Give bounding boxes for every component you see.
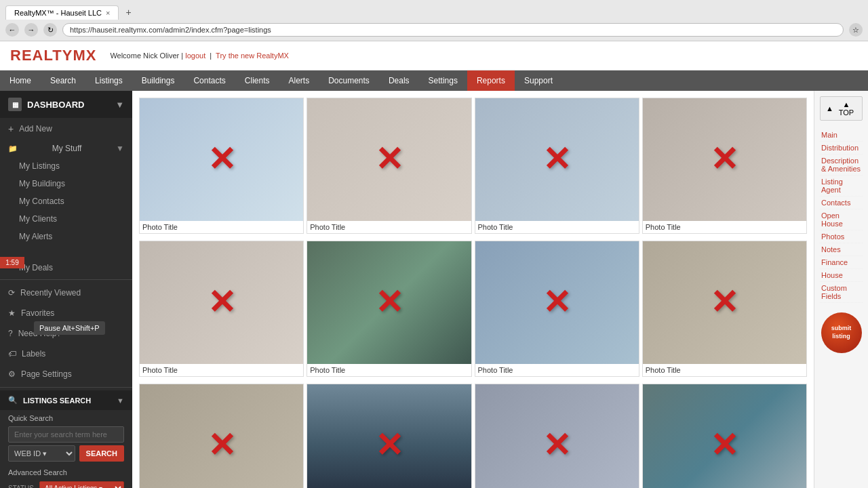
- content-area: ✕ Photo Title ✕ Photo Title ✕ Photo Titl…: [132, 91, 868, 488]
- nav-reports[interactable]: Reports: [467, 70, 515, 91]
- photo-item-10[interactable]: ✕ Photo Title: [307, 384, 471, 488]
- photo-item-2[interactable]: ✕ Photo Title: [307, 98, 471, 234]
- my-buildings-label: My Buildings: [19, 179, 65, 188]
- web-id-select[interactable]: WEB ID ▾: [8, 445, 75, 462]
- photo-item-4[interactable]: ✕ Photo Title: [642, 98, 807, 234]
- x-mark-9: ✕: [208, 428, 236, 462]
- photo-item-1[interactable]: ✕ Photo Title: [139, 98, 304, 234]
- sidebar-item-my-alerts[interactable]: My Alerts: [0, 228, 132, 245]
- photo-item-3[interactable]: ✕ Photo Title: [475, 98, 639, 234]
- photo-item-8[interactable]: ✕ Photo Title: [642, 241, 807, 377]
- bookmark-button[interactable]: ☆: [849, 23, 863, 37]
- add-new-item[interactable]: + Add New: [0, 118, 132, 140]
- logo-accent: MX: [73, 47, 96, 64]
- search-button[interactable]: SEARCH: [79, 445, 124, 462]
- browser-chrome: RealtyMX™ - Hauseit LLC × + ← → ↻ https:…: [0, 0, 868, 41]
- star-icon: ★: [8, 308, 16, 318]
- sidebar-labels[interactable]: 🏷 Labels: [0, 344, 132, 364]
- search-input[interactable]: [8, 426, 124, 443]
- right-nav-photos[interactable]: Photos: [820, 230, 863, 243]
- top-arrow-icon: ▲: [826, 104, 833, 113]
- plus-icon: +: [8, 123, 14, 134]
- photo-cell-12: ✕: [643, 384, 806, 488]
- right-nav-finance[interactable]: Finance: [820, 256, 863, 269]
- search-icon: 🔍: [8, 396, 18, 405]
- try-new-link[interactable]: Try the new RealtyMX: [216, 52, 289, 60]
- recently-viewed-label: Recently Viewed: [20, 288, 81, 298]
- logout-link[interactable]: logout: [185, 52, 205, 60]
- listings-search-header[interactable]: 🔍 LISTINGS SEARCH ▼: [0, 390, 132, 410]
- help-icon: ?: [8, 329, 13, 338]
- search-row: WEB ID ▾ SEARCH: [0, 443, 132, 464]
- photos-panel: ✕ Photo Title ✕ Photo Title ✕ Photo Titl…: [132, 91, 814, 488]
- nav-clients[interactable]: Clients: [235, 70, 279, 91]
- submit-listing-button[interactable]: submit listing: [821, 312, 862, 353]
- right-nav-listing-agent[interactable]: Listing Agent: [820, 176, 863, 197]
- right-panel: ▲ ▲ TOP Main Distribution Description & …: [814, 91, 868, 488]
- my-stuff-section[interactable]: 📁 My Stuff ▼: [0, 140, 132, 157]
- browser-tab[interactable]: RealtyMX™ - Hauseit LLC ×: [5, 5, 119, 20]
- photo-item-7[interactable]: ✕ Photo Title: [475, 241, 639, 377]
- status-select[interactable]: All Active Listings ▾: [39, 481, 124, 488]
- nav-documents[interactable]: Documents: [319, 70, 379, 91]
- sidebar-dashboard-header[interactable]: ▦ DASHBOARD ▼: [0, 91, 132, 118]
- app-logo: REALTYMX: [10, 47, 96, 64]
- photo-item-11[interactable]: ✕ Photo Title: [475, 384, 639, 488]
- photo-title-8: Photo Title: [643, 364, 806, 376]
- sidebar-item-my-contacts[interactable]: My Contacts: [0, 192, 132, 210]
- nav-listings[interactable]: Listings: [85, 70, 132, 91]
- photo-title-6: Photo Title: [307, 364, 471, 376]
- right-nav-open-house[interactable]: Open House: [820, 209, 863, 230]
- clock-icon: ⟳: [8, 288, 15, 298]
- gear-icon: ⚙: [8, 369, 16, 379]
- refresh-button[interactable]: ↻: [43, 23, 57, 37]
- sidebar-item-my-buildings[interactable]: My Buildings: [0, 175, 132, 192]
- right-nav-distribution[interactable]: Distribution: [820, 142, 863, 155]
- photo-item-5[interactable]: ✕ Photo Title: [139, 241, 304, 377]
- sidebar-page-settings[interactable]: ⚙ Page Settings: [0, 364, 132, 384]
- back-button[interactable]: ←: [5, 23, 19, 37]
- welcome-bar: Welcome Nick Oliver | logout | Try the n…: [110, 52, 858, 60]
- sidebar-divider-2: [0, 387, 132, 388]
- photo-cell-2: ✕: [307, 98, 471, 221]
- top-button[interactable]: ▲ ▲ TOP: [820, 96, 863, 121]
- right-nav-house[interactable]: House: [820, 269, 863, 282]
- logo-text: REALTY: [10, 47, 73, 64]
- right-nav-custom-fields[interactable]: Custom Fields: [820, 282, 863, 303]
- photos-grid-row1: ✕ Photo Title ✕ Photo Title ✕ Photo Titl…: [139, 98, 807, 234]
- sidebar-recently-viewed[interactable]: ⟳ Recently Viewed: [0, 283, 132, 303]
- photo-cell-6: ✕: [307, 241, 471, 364]
- my-stuff-chevron: ▼: [116, 144, 124, 153]
- pause-tooltip: Pause Alt+Shift+P: [34, 321, 105, 335]
- nav-alerts[interactable]: Alerts: [279, 70, 319, 91]
- submit-line1: submit: [831, 325, 852, 333]
- photo-item-6[interactable]: ✕ Photo Title: [307, 241, 471, 377]
- sidebar-item-my-clients[interactable]: My Clients: [0, 210, 132, 228]
- forward-button[interactable]: →: [24, 23, 38, 37]
- new-tab-button[interactable]: +: [119, 4, 138, 20]
- x-mark-8: ✕: [710, 285, 738, 319]
- photo-item-9[interactable]: ✕ Photo Title: [139, 384, 304, 488]
- nav-deals[interactable]: Deals: [379, 70, 419, 91]
- nav-support[interactable]: Support: [515, 70, 562, 91]
- right-nav-notes[interactable]: Notes: [820, 243, 863, 256]
- nav-search[interactable]: Search: [41, 70, 85, 91]
- close-icon[interactable]: ×: [106, 9, 110, 17]
- nav-contacts[interactable]: Contacts: [184, 70, 235, 91]
- sidebar-item-my-listings[interactable]: My Listings: [0, 157, 132, 175]
- photo-cell-7: ✕: [475, 241, 639, 364]
- photo-cell-3: ✕: [475, 98, 639, 221]
- add-new-label: Add New: [19, 124, 52, 134]
- right-nav-contacts[interactable]: Contacts: [820, 197, 863, 209]
- nav-buildings[interactable]: Buildings: [132, 70, 184, 91]
- tab-bar: RealtyMX™ - Hauseit LLC × +: [5, 4, 863, 20]
- sidebar: ▦ DASHBOARD ▼ + Add New 📁 My Stuff ▼ My …: [0, 91, 132, 488]
- nav-settings[interactable]: Settings: [419, 70, 467, 91]
- sidebar-favorites[interactable]: ★ Favorites: [0, 303, 132, 323]
- right-nav-main[interactable]: Main: [820, 129, 863, 142]
- right-nav-description[interactable]: Description & Amenities: [820, 155, 863, 176]
- my-stuff-label: My Stuff: [52, 144, 82, 153]
- address-bar[interactable]: https://hauseit.realtymx.com/admin2/inde…: [62, 23, 844, 37]
- nav-home[interactable]: Home: [0, 70, 41, 91]
- photo-item-12[interactable]: ✕ Photo Title: [642, 384, 807, 488]
